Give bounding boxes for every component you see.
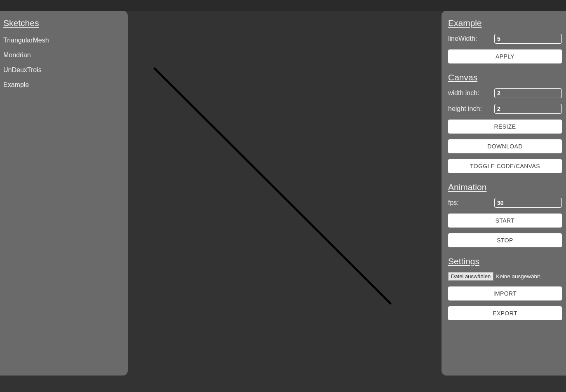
apply-button[interactable]: APPLY [448, 49, 562, 63]
sketch-item-triangularmesh[interactable]: TriangularMesh [3, 33, 124, 48]
app-frame: Sketches TriangularMesh Mondrian UnDeuxT… [0, 11, 566, 392]
top-bar [0, 0, 566, 11]
linewidth-label: lineWidth: [448, 35, 494, 42]
file-row: Datei auswählen Keine ausgewählt [448, 272, 562, 281]
sketch-item-mondrian[interactable]: Mondrian [3, 48, 124, 63]
toggle-code-canvas-button[interactable]: TOGGLE CODE/CANVAS [448, 159, 562, 173]
stop-button[interactable]: STOP [448, 233, 562, 247]
import-button[interactable]: IMPORT [448, 286, 562, 300]
width-label: width inch: [448, 89, 494, 97]
sketch-item-example[interactable]: Example [3, 77, 124, 92]
sketches-title: Sketches [3, 18, 124, 28]
height-input[interactable] [494, 104, 562, 114]
resize-button[interactable]: RESIZE [448, 120, 562, 134]
settings-title: Settings [448, 256, 562, 266]
start-button[interactable]: START [448, 214, 562, 228]
controls-panel: Example lineWidth: APPLY Canvas width in… [442, 11, 566, 376]
settings-group: Settings Datei auswählen Keine ausgewähl… [448, 256, 562, 320]
file-status-text: Keine ausgewählt [496, 273, 540, 279]
export-button[interactable]: EXPORT [448, 306, 562, 320]
linewidth-row: lineWidth: [448, 34, 562, 44]
fps-label: fps: [448, 199, 494, 207]
height-label: height inch: [448, 105, 494, 113]
animation-group: Animation fps: START STOP [448, 182, 562, 247]
file-choose-button[interactable]: Datei auswählen [448, 272, 493, 281]
canvas-area[interactable] [128, 11, 442, 392]
animation-title: Animation [448, 182, 562, 192]
canvas-group: Canvas width inch: height inch: RESIZE D… [448, 73, 562, 173]
sketches-sidebar: Sketches TriangularMesh Mondrian UnDeuxT… [0, 11, 128, 376]
fps-row: fps: [448, 198, 562, 208]
example-title: Example [448, 18, 562, 28]
sketch-item-undeuxtrois[interactable]: UnDeuxTrois [3, 63, 124, 77]
canvas-title: Canvas [448, 73, 562, 82]
linewidth-input[interactable] [494, 34, 562, 44]
sketch-canvas-svg [128, 11, 442, 392]
width-input[interactable] [494, 88, 562, 98]
height-row: height inch: [448, 104, 562, 114]
fps-input[interactable] [494, 198, 562, 208]
download-button[interactable]: DOWNLOAD [448, 139, 562, 153]
width-row: width inch: [448, 88, 562, 98]
diagonal-line [155, 68, 390, 303]
example-group: Example lineWidth: APPLY [448, 18, 562, 63]
